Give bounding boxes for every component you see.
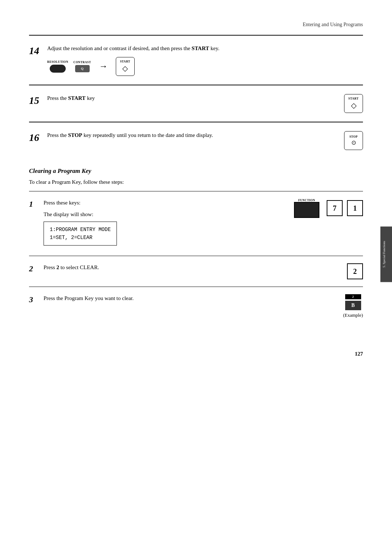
side-tab-text: 5. Special Functions bbox=[382, 241, 386, 267]
key-7: 7 bbox=[327, 200, 343, 216]
stop-bold: STOP bbox=[68, 132, 82, 138]
substep-2-row: 2 Press 2 to select CLEAR. 2 bbox=[29, 256, 363, 287]
step-15-row: 15 Press the START key START ◇ bbox=[29, 85, 363, 122]
start-diamond-2: ◇ bbox=[351, 101, 356, 110]
bold-2: 2 bbox=[56, 264, 59, 270]
step-16-text: Press the STOP key repeatedly until you … bbox=[47, 131, 261, 139]
section-intro-text: To clear a Program Key, follow these ste… bbox=[29, 179, 124, 185]
section-heading: Clearing a Program Key bbox=[29, 159, 363, 179]
contrast-shape: Q bbox=[75, 65, 90, 72]
step-16-keys: STOP ⊙ bbox=[261, 131, 363, 150]
prog-key-bottom: B bbox=[345, 301, 361, 310]
stop-icon: ⊙ bbox=[351, 139, 356, 146]
step-16-number: 16 bbox=[29, 131, 47, 143]
substep-3-content: Press the Program Key you want to clear. bbox=[44, 294, 261, 303]
step-16-row: 16 Press the STOP key repeatedly until y… bbox=[29, 122, 363, 159]
resolution-key: RESOLUTION bbox=[47, 60, 68, 73]
step-14-content: Adjust the resolution and or contrast if… bbox=[47, 44, 363, 76]
side-tab: 5. Special Functions bbox=[380, 226, 392, 282]
substep-2-content: Press 2 to select CLEAR. bbox=[44, 263, 261, 272]
resolution-shape bbox=[50, 65, 66, 73]
key-2: 2 bbox=[347, 263, 363, 279]
prog-key-top: 2 bbox=[345, 294, 361, 299]
substep-3-keys: 2 B (Example) bbox=[261, 294, 363, 318]
substep-1-text2: The display will show: bbox=[44, 210, 261, 219]
step-15-number: 15 bbox=[29, 94, 47, 106]
start-label-2: START bbox=[348, 97, 359, 100]
contrast-key: CONTRAST Q bbox=[73, 61, 91, 72]
function-key bbox=[294, 202, 319, 218]
arrow-right-icon: → bbox=[99, 61, 108, 71]
substep-2-keys: 2 bbox=[261, 263, 363, 279]
substep-2-number: 2 bbox=[29, 263, 44, 274]
substep-3-text: Press the Program Key you want to clear. bbox=[44, 294, 261, 303]
function-label: FUNCTION bbox=[298, 199, 315, 202]
step-15-keys: START ◇ bbox=[261, 94, 363, 113]
substep-3-number: 3 bbox=[29, 294, 44, 304]
contrast-q: Q bbox=[81, 67, 83, 70]
contrast-label: CONTRAST bbox=[73, 61, 91, 64]
page-header: Entering and Using Programs bbox=[0, 0, 392, 35]
start-diamond-1: ◇ bbox=[122, 64, 128, 73]
example-label: (Example) bbox=[343, 312, 363, 318]
step-14-row: 14 Adjust the resolution and or contrast… bbox=[29, 35, 363, 85]
substep-2-text: Press 2 to select CLEAR. bbox=[44, 263, 261, 272]
substep-1-number: 1 bbox=[29, 199, 44, 209]
step-14-text: Adjust the resolution and or contrast if… bbox=[47, 44, 363, 53]
substep-1-row: 1 Press these keys: The display will sho… bbox=[29, 191, 363, 256]
substep-1-content: Press these keys: The display will show:… bbox=[44, 199, 261, 249]
step-16-content: Press the STOP key repeatedly until you … bbox=[47, 131, 261, 139]
section-intro: To clear a Program Key, follow these ste… bbox=[29, 179, 363, 191]
page-num-text: 127 bbox=[355, 351, 363, 357]
header-text: Entering and Using Programs bbox=[303, 22, 363, 27]
stop-key: STOP ⊙ bbox=[344, 131, 363, 150]
start-key-1: START ◇ bbox=[116, 57, 135, 76]
start-bold-2: START bbox=[68, 95, 86, 101]
start-bold-1: START bbox=[192, 45, 209, 51]
key-1: 1 bbox=[347, 200, 363, 216]
section-title: Clearing a Program Key bbox=[29, 167, 91, 174]
start-label-1: START bbox=[120, 60, 130, 63]
step-14-number: 14 bbox=[29, 44, 47, 57]
substep-3-row: 3 Press the Program Key you want to clea… bbox=[29, 287, 363, 325]
substep-1-text1: Press these keys: bbox=[44, 199, 261, 207]
display-box: 1:PROGRAM ENTRY MODE1=SET, 2=CLEAR bbox=[44, 222, 117, 246]
stop-label: STOP bbox=[350, 135, 358, 138]
start-key-2: START ◇ bbox=[344, 94, 363, 113]
step-15-text: Press the START key bbox=[47, 94, 261, 102]
substep-1-keys: FUNCTION 7 1 bbox=[261, 199, 363, 218]
program-key-example: 2 B bbox=[345, 294, 361, 310]
resolution-label: RESOLUTION bbox=[47, 60, 68, 64]
step-15-content: Press the START key bbox=[47, 94, 261, 102]
page-number: 127 bbox=[0, 347, 392, 368]
